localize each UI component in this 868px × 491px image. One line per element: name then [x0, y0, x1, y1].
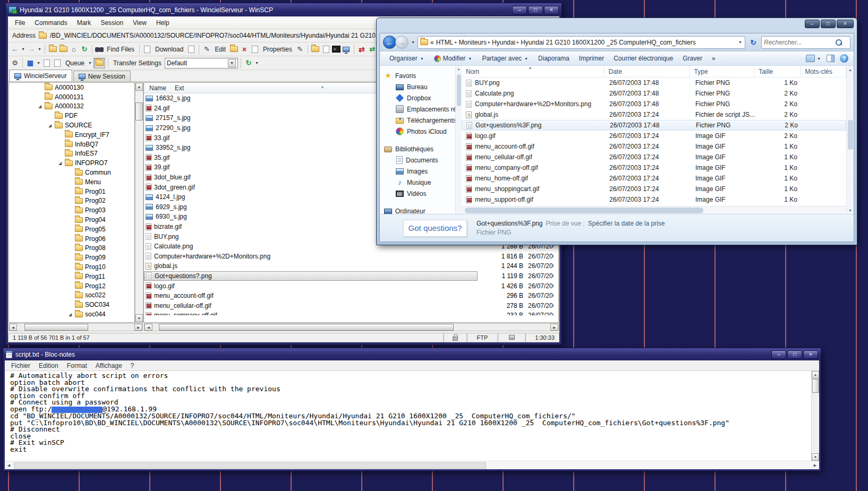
home-directory-icon[interactable]: ⌂: [69, 45, 79, 54]
address-dropdown-icon[interactable]: ▾: [738, 40, 743, 45]
scroll-down-icon[interactable]: ▼: [135, 314, 143, 322]
tree-expanded-icon[interactable]: ◢: [57, 161, 63, 166]
sidebar-item-photos-icloud[interactable]: Photos iCloud: [384, 126, 455, 137]
tree-item-prog11[interactable]: Prog11: [9, 272, 134, 281]
console-icon[interactable]: >: [332, 46, 341, 53]
chevron-right-icon[interactable]: ▸: [515, 40, 521, 45]
explorer-titlebar[interactable]: – □ ×: [377, 18, 857, 32]
table-row[interactable]: menu_cellular-off.gif26/07/2003 17:24Ima…: [462, 152, 846, 162]
forward-dropdown-icon[interactable]: ▾: [37, 47, 42, 51]
chevron-right-icon[interactable]: ▸: [453, 40, 458, 45]
download-icon[interactable]: [142, 45, 152, 54]
menu-item-mark[interactable]: Mark: [72, 18, 96, 28]
menu-item-fichier[interactable]: Fichier: [7, 361, 35, 371]
table-row[interactable]: logo.gif26/07/2003 17:24Image GIF2 Ko: [462, 131, 846, 141]
preview-pane-icon[interactable]: [827, 55, 835, 62]
tree-item-infoes7[interactable]: InfoES7: [9, 149, 134, 159]
queue-icon[interactable]: [53, 58, 62, 67]
column-header-nom[interactable]: Nom: [462, 66, 604, 77]
properties-button[interactable]: Properties: [261, 46, 294, 53]
tree-item-prog12[interactable]: Prog12: [9, 281, 134, 291]
scroll-up-icon[interactable]: ▲: [847, 66, 854, 73]
session-tab-new-session[interactable]: New Session: [73, 71, 131, 81]
notepad-vertical-scrollbar[interactable]: ▲ ▼: [811, 371, 819, 461]
winscp-titlebar[interactable]: Hyundai 21 G210 1600X1200 _25 ComputerHQ…: [6, 3, 561, 16]
scrollbar-thumb[interactable]: [457, 74, 461, 106]
sidebar-section-favoris[interactable]: ★Favoris: [384, 70, 455, 81]
tree-item-prog04[interactable]: Prog04: [9, 215, 134, 225]
list-horizontal-scrollbar[interactable]: [462, 206, 846, 214]
preferences-gear-icon[interactable]: ⚙: [10, 58, 20, 67]
maximize-icon[interactable]: □: [821, 20, 836, 28]
scrollbar-thumb[interactable]: [14, 462, 486, 469]
scrollbar-thumb[interactable]: [135, 102, 143, 120]
breadcrumb-prefix[interactable]: «: [430, 39, 434, 46]
scroll-up-icon[interactable]: ▲: [135, 83, 143, 91]
refresh-button[interactable]: ↻: [747, 36, 759, 49]
list-vertical-scrollbar[interactable]: ▲ ▼: [846, 66, 854, 214]
maximize-icon[interactable]: □: [787, 350, 802, 359]
table-row[interactable]: Got+questions%3F.png26/07/2003 17:48Fich…: [462, 120, 846, 131]
column-header-taille[interactable]: Taille: [754, 66, 801, 77]
panel-layout-dropdown-icon[interactable]: ▾: [36, 61, 41, 65]
back-dropdown-icon[interactable]: ▾: [21, 47, 25, 51]
panel-layout-icon[interactable]: ▦: [25, 58, 35, 67]
tree-item-soc044[interactable]: ◢soc044: [9, 309, 134, 319]
scroll-left-icon[interactable]: ◀: [144, 324, 152, 331]
transfer-settings-select[interactable]: Default ▼: [165, 58, 238, 68]
scrollbar-thumb[interactable]: [24, 324, 88, 331]
tree-item-infobq7[interactable]: InfoBQ7: [9, 140, 134, 149]
back-button[interactable]: ←: [383, 36, 396, 49]
sidebar-item-dropbox[interactable]: Dropbox: [384, 92, 455, 104]
sidebar-item-emplacements-ré[interactable]: Emplacements ré: [384, 104, 455, 115]
menu-item-format[interactable]: Format: [63, 361, 91, 371]
tree-item-soc022[interactable]: soc022: [9, 291, 134, 300]
scrollbar-thumb[interactable]: [465, 208, 703, 213]
close-icon[interactable]: ×: [837, 20, 854, 28]
scroll-right-icon[interactable]: ▶: [550, 324, 558, 331]
breadcrumb-segment[interactable]: Hyundai: [492, 39, 515, 46]
menu-item-session[interactable]: Session: [96, 18, 128, 28]
scroll-left-icon[interactable]: ◀: [5, 462, 13, 469]
tree-toggle-button[interactable]: [93, 58, 105, 68]
sidebar-item-images[interactable]: Images: [384, 166, 455, 177]
minimize-icon[interactable]: –: [512, 6, 527, 14]
tree-expanded-icon[interactable]: ◢: [37, 104, 42, 109]
history-dropdown-icon[interactable]: ▾: [411, 40, 415, 45]
search-box[interactable]: [761, 36, 850, 49]
sidebar-item-vidéos[interactable]: Vidéos: [384, 188, 455, 199]
table-row[interactable]: menu_home-off.gif26/07/2003 17:24Image G…: [462, 173, 846, 184]
chevron-right-icon[interactable]: ▸: [487, 40, 492, 45]
column-header-name[interactable]: Name: [144, 84, 175, 92]
close-icon[interactable]: ×: [544, 6, 559, 14]
open-icon[interactable]: [229, 45, 239, 54]
menu-item-affichage[interactable]: Affichage: [91, 361, 126, 371]
table-row[interactable]: menu_account-off.gif296 B26/07/2003 1: [144, 291, 558, 301]
tree-item-a0000132[interactable]: ◢A0000132: [9, 102, 134, 111]
minimize-icon[interactable]: –: [805, 20, 820, 28]
menu-item-help[interactable]: Help: [151, 18, 174, 28]
command-diaporama[interactable]: Diaporama: [534, 53, 574, 64]
queue-dropdown-icon[interactable]: ▾: [88, 61, 92, 65]
breadcrumb-segment[interactable]: Moniteurs: [458, 39, 487, 46]
download-button[interactable]: Download: [153, 46, 185, 53]
forward-button[interactable]: →: [395, 36, 409, 49]
tree-item-prog08[interactable]: Prog08: [9, 244, 134, 253]
table-row[interactable]: BUY.png26/07/2003 17:48Fichier PNG1 Ko: [462, 77, 846, 88]
view-dropdown-icon[interactable]: ▾: [816, 56, 821, 61]
tree-expanded-icon[interactable]: ◢: [67, 312, 73, 317]
tree-item-a0000130[interactable]: A0000130: [9, 83, 134, 92]
table-row[interactable]: global.js26/07/2003 17:24Fichier de scri…: [462, 109, 846, 120]
tree-item-prog01[interactable]: Prog01: [9, 187, 134, 196]
menu-item-file[interactable]: File: [10, 18, 30, 28]
change-view-button[interactable]: ▾: [806, 55, 821, 62]
tree-item-prog03[interactable]: Prog03: [9, 205, 134, 215]
details-capture-value[interactable]: Spécifier la date de la prise: [588, 220, 665, 227]
sidebar-section-ordinateur[interactable]: Ordinateur: [384, 205, 455, 214]
transfer-mode-icon[interactable]: ⇄: [357, 45, 367, 54]
tree-item-menu[interactable]: Menu: [9, 177, 134, 187]
sidebar-section-bibliothèques[interactable]: Bibliothèques: [384, 143, 455, 154]
table-row[interactable]: menu_support-off.gif26/07/2003 17:24Imag…: [462, 194, 846, 205]
tree-item-prog10[interactable]: Prog10: [9, 262, 134, 272]
breadcrumb-segment[interactable]: Hyundai 21 G210 1600X1200 _25 ComputerHQ…: [521, 39, 696, 46]
